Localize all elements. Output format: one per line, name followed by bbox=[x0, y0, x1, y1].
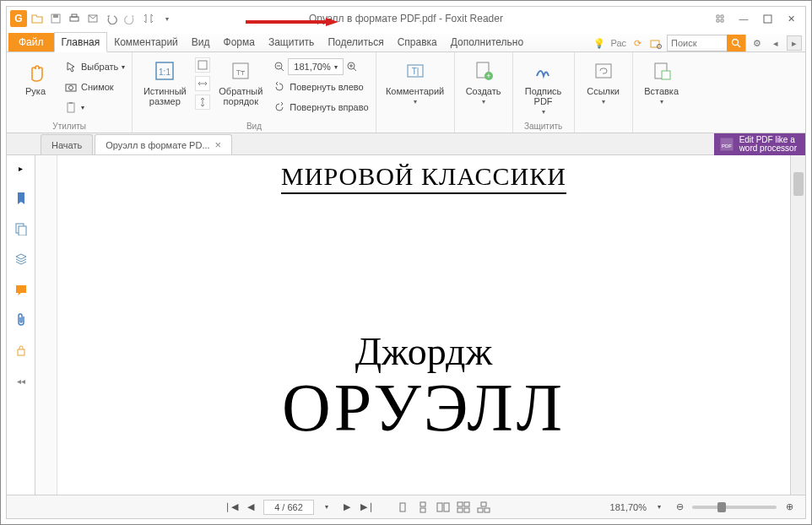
scroll-icon[interactable] bbox=[140, 10, 157, 27]
next-page-button[interactable]: ▶ bbox=[339, 500, 355, 515]
save-icon[interactable] bbox=[47, 10, 64, 27]
promo-banner[interactable]: PDF Edit PDF like a word processor bbox=[714, 133, 805, 155]
camera-icon bbox=[64, 80, 78, 94]
tab-help[interactable]: Справка bbox=[391, 33, 444, 51]
cursor-icon bbox=[64, 60, 78, 73]
comment-button[interactable]: T| Комментарий ▾ bbox=[382, 54, 449, 106]
svg-line-27 bbox=[354, 68, 356, 71]
vertical-scrollbar[interactable] bbox=[790, 155, 805, 495]
expand-panel-icon[interactable]: ▸ bbox=[14, 160, 29, 176]
ribbon-minimize-icon[interactable] bbox=[709, 10, 731, 27]
nav-right-icon[interactable]: ▸ bbox=[787, 35, 802, 51]
app-logo[interactable]: G bbox=[10, 10, 27, 27]
search-folder-icon[interactable] bbox=[648, 35, 663, 51]
zoom-control[interactable]: 181,70%▾ bbox=[271, 57, 370, 76]
zoom-in-icon[interactable] bbox=[345, 60, 359, 73]
continuous-facing-icon[interactable] bbox=[456, 501, 471, 514]
nav-left-icon[interactable]: ◂ bbox=[768, 35, 783, 51]
layers-icon[interactable] bbox=[14, 252, 29, 267]
svg-rect-49 bbox=[457, 508, 463, 512]
svg-rect-40 bbox=[16, 285, 26, 293]
protect-group-label: Защитить bbox=[518, 120, 569, 133]
tab-form[interactable]: Форма bbox=[217, 33, 262, 51]
prev-page-button[interactable]: ◀ bbox=[243, 500, 258, 515]
clipboard-button[interactable]: ▾ bbox=[62, 98, 127, 116]
qat-dropdown-icon[interactable]: ▾ bbox=[159, 10, 176, 27]
zoom-out-button[interactable]: ⊖ bbox=[672, 500, 687, 515]
attachments-icon[interactable] bbox=[14, 312, 29, 327]
rotate-left-button[interactable]: Повернуть влево bbox=[271, 78, 370, 96]
comments-icon[interactable] bbox=[14, 282, 29, 297]
create-button[interactable]: + Создать ▾ bbox=[460, 54, 507, 106]
signature-icon bbox=[530, 57, 557, 84]
side-panel: ▸ ◂◂ bbox=[7, 155, 35, 495]
search-button[interactable] bbox=[727, 35, 745, 51]
undo-icon[interactable] bbox=[103, 10, 120, 27]
more-panels-icon[interactable]: ◂◂ bbox=[14, 373, 29, 388]
svg-rect-52 bbox=[478, 508, 483, 512]
hand-tool-button[interactable]: Рука bbox=[12, 54, 59, 96]
reflow-icon: Tᴛ bbox=[227, 57, 254, 84]
search-input[interactable] bbox=[668, 38, 727, 48]
cover-facing-icon[interactable] bbox=[476, 501, 491, 514]
svg-rect-7 bbox=[764, 15, 771, 23]
insert-button[interactable]: Вставка ▾ bbox=[638, 54, 685, 106]
select-button[interactable]: Выбрать▾ bbox=[62, 57, 127, 76]
actual-size-button[interactable]: 1:1 Истинный размер bbox=[138, 54, 192, 106]
fit-icon: 1:1 bbox=[151, 57, 178, 84]
zoom-in-button[interactable]: ⊕ bbox=[782, 500, 797, 515]
svg-rect-44 bbox=[420, 508, 425, 512]
fit-page-icon[interactable] bbox=[195, 57, 210, 73]
page-number-input[interactable]: 4 / 662 bbox=[263, 500, 314, 515]
fit-width-icon[interactable] bbox=[195, 76, 210, 91]
redo-icon[interactable] bbox=[122, 10, 138, 27]
links-button[interactable]: Ссылки ▾ bbox=[580, 54, 627, 106]
typewriter-icon: T| bbox=[402, 57, 429, 84]
svg-point-13 bbox=[69, 86, 73, 90]
zoom-status-dropdown[interactable]: ▾ bbox=[652, 500, 667, 515]
continuous-icon[interactable] bbox=[415, 501, 430, 514]
close-tab-icon[interactable]: × bbox=[215, 138, 222, 151]
insert-icon bbox=[648, 57, 675, 84]
minimize-button[interactable]: — bbox=[733, 10, 755, 27]
sign-pdf-button[interactable]: Подпись PDF ▾ bbox=[518, 54, 569, 116]
rotate-right-button[interactable]: Повернуть вправо bbox=[271, 98, 370, 116]
open-icon[interactable] bbox=[29, 10, 46, 27]
start-tab[interactable]: Начать bbox=[41, 134, 93, 154]
bulb-icon[interactable]: 💡 bbox=[592, 35, 607, 51]
refresh-icon[interactable]: ⟳ bbox=[630, 35, 645, 51]
close-button[interactable]: ✕ bbox=[780, 10, 802, 27]
document-tab[interactable]: Оруэлл в формате PD... × bbox=[95, 134, 232, 154]
zoom-value[interactable]: 181,70%▾ bbox=[288, 58, 343, 75]
status-bar: ❘◀ ◀ 4 / 662 ▾ ▶ ▶❘ 181,70% ▾ ⊖ ⊕ bbox=[7, 495, 805, 518]
zoom-slider[interactable] bbox=[692, 506, 777, 509]
tab-view[interactable]: Вид bbox=[185, 33, 217, 51]
clipboard-icon bbox=[64, 100, 78, 114]
svg-rect-47 bbox=[457, 502, 463, 506]
tab-extras[interactable]: Дополнительно bbox=[444, 33, 530, 51]
tab-share[interactable]: Поделиться bbox=[321, 33, 390, 51]
gutter bbox=[35, 155, 57, 495]
single-page-icon[interactable] bbox=[395, 501, 410, 514]
page-dropdown-icon[interactable]: ▾ bbox=[319, 500, 334, 515]
security-icon[interactable] bbox=[14, 343, 29, 358]
file-tab[interactable]: Файл bbox=[8, 33, 54, 51]
snapshot-button[interactable]: Снимок bbox=[62, 78, 127, 96]
svg-text:Tᴛ: Tᴛ bbox=[236, 68, 246, 77]
first-page-button[interactable]: ❘◀ bbox=[223, 500, 238, 515]
page-content[interactable]: МИРОВОЙ КЛАССИКИ Джордж ОРУЭЛЛ bbox=[57, 155, 790, 495]
tab-home[interactable]: Главная bbox=[54, 32, 108, 52]
last-page-button[interactable]: ▶❘ bbox=[360, 500, 375, 515]
zoom-out-icon[interactable] bbox=[273, 60, 286, 73]
reflow-button[interactable]: Tᴛ Обратный порядок bbox=[214, 54, 268, 106]
facing-icon[interactable] bbox=[436, 501, 451, 514]
maximize-button[interactable] bbox=[756, 10, 778, 27]
print-icon[interactable] bbox=[66, 10, 83, 27]
tab-protect[interactable]: Защитить bbox=[262, 33, 321, 51]
pages-icon[interactable] bbox=[14, 221, 29, 236]
bookmarks-icon[interactable] bbox=[14, 191, 29, 206]
email-icon[interactable] bbox=[84, 10, 101, 27]
tab-comment[interactable]: Комментарий bbox=[107, 33, 185, 51]
settings-icon[interactable]: ⚙ bbox=[750, 35, 765, 51]
fit-visible-icon[interactable] bbox=[195, 95, 210, 110]
